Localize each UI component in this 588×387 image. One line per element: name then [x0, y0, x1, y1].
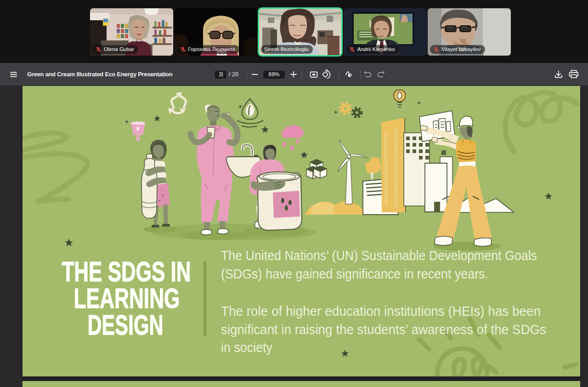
svg-text:The United Nations’ (UN) Susta: The United Nations’ (UN) Sustainable Dev… [221, 248, 537, 263]
svg-text:significant in raising the stu: significant in raising the students’ awa… [221, 322, 546, 337]
svg-text:(SDGs) have gained significanc: (SDGs) have gained significance in recen… [221, 266, 488, 281]
svg-text:The role of higher education i: The role of higher education institution… [221, 303, 541, 319]
svg-text:in society: in society [221, 340, 272, 355]
svg-text:DESIGN: DESIGN [88, 309, 164, 341]
